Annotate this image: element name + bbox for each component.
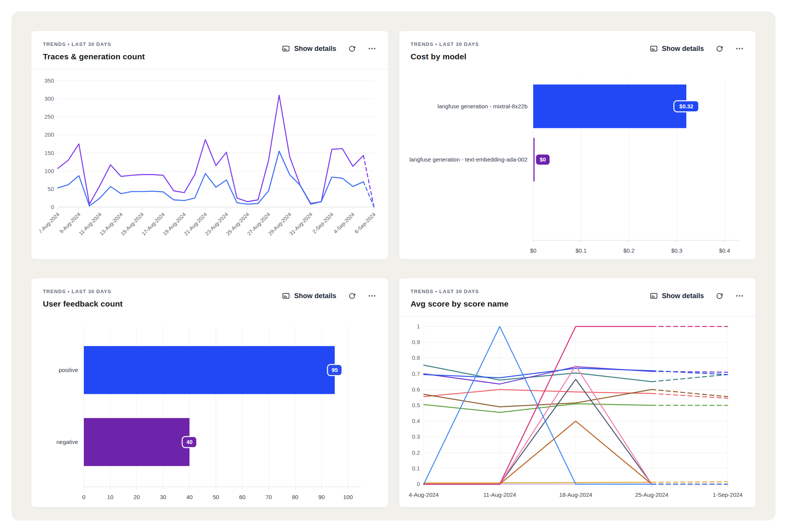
card-eyebrow: TRENDS • LAST 30 DAYS bbox=[411, 41, 479, 47]
show-details-label: Show details bbox=[294, 292, 336, 300]
card-eyebrow: TRENDS • LAST 30 DAYS bbox=[43, 289, 122, 294]
traces-generation-line-chart: 0501001502002503003507-Aug-20249-Aug-202… bbox=[39, 74, 380, 253]
card-header-text: TRENDS • LAST 30 DAYS User feedback coun… bbox=[43, 289, 122, 308]
show-details-label: Show details bbox=[662, 292, 704, 300]
svg-text:200: 200 bbox=[44, 131, 54, 138]
svg-text:70: 70 bbox=[265, 494, 272, 500]
refresh-button[interactable] bbox=[348, 45, 356, 53]
card-traces-generation-count: TRENDS • LAST 30 DAYS Traces & generatio… bbox=[31, 31, 389, 259]
svg-text:50: 50 bbox=[47, 186, 54, 192]
svg-text:95: 95 bbox=[331, 367, 338, 373]
card-header: TRENDS • LAST 30 DAYS Avg score by score… bbox=[399, 278, 756, 316]
svg-text:18-Aug-2024: 18-Aug-2024 bbox=[559, 491, 593, 498]
svg-text:40: 40 bbox=[186, 439, 193, 445]
svg-text:0.5: 0.5 bbox=[412, 402, 420, 408]
svg-text:$0.1: $0.1 bbox=[576, 247, 587, 254]
refresh-icon bbox=[715, 45, 723, 53]
show-details-button[interactable]: Show details bbox=[282, 44, 336, 53]
show-details-label: Show details bbox=[294, 45, 336, 53]
details-card-icon bbox=[282, 44, 290, 53]
svg-text:4-Sep-2024: 4-Sep-2024 bbox=[332, 211, 356, 235]
svg-text:90: 90 bbox=[318, 494, 325, 500]
more-options-button[interactable] bbox=[735, 44, 744, 53]
refresh-icon bbox=[715, 292, 723, 300]
svg-text:langfuse generation - text-emb: langfuse generation - text-embedding-ada… bbox=[410, 156, 528, 163]
card-cost-by-model: TRENDS • LAST 30 DAYS Cost by model Show… bbox=[399, 31, 756, 259]
dashboard-surface: TRENDS • LAST 30 DAYS Traces & generatio… bbox=[11, 11, 776, 521]
svg-text:100: 100 bbox=[44, 168, 54, 174]
svg-text:1: 1 bbox=[417, 323, 420, 330]
svg-text:langfuse generation - mixtral-: langfuse generation - mixtral-8x22b bbox=[438, 103, 527, 109]
card-actions: Show details bbox=[282, 44, 376, 53]
more-options-button[interactable] bbox=[735, 291, 744, 300]
card-eyebrow: TRENDS • LAST 30 DAYS bbox=[43, 41, 145, 47]
card-title: Avg score by score name bbox=[411, 299, 509, 308]
refresh-button[interactable] bbox=[715, 45, 723, 53]
show-details-label: Show details bbox=[662, 45, 704, 53]
ellipsis-icon bbox=[367, 44, 377, 53]
ellipsis-icon bbox=[735, 291, 744, 300]
chart-body: 00.10.20.30.40.50.60.70.80.914-Aug-20241… bbox=[399, 317, 756, 507]
svg-text:11-Aug-2024: 11-Aug-2024 bbox=[483, 491, 516, 498]
svg-text:80: 80 bbox=[292, 494, 298, 500]
refresh-button[interactable] bbox=[715, 292, 723, 300]
svg-text:250: 250 bbox=[44, 113, 54, 120]
svg-text:31-Aug-2024: 31-Aug-2024 bbox=[288, 211, 313, 237]
card-header: TRENDS • LAST 30 DAYS User feedback coun… bbox=[31, 278, 388, 316]
svg-text:20: 20 bbox=[133, 494, 140, 500]
card-actions: Show details bbox=[650, 291, 744, 300]
refresh-icon bbox=[348, 45, 356, 53]
svg-text:$0: $0 bbox=[530, 247, 537, 254]
chart-body: 0501001502002503003507-Aug-20249-Aug-202… bbox=[31, 69, 388, 259]
svg-text:50: 50 bbox=[212, 494, 219, 500]
svg-text:0.6: 0.6 bbox=[412, 386, 420, 393]
svg-text:0: 0 bbox=[82, 494, 85, 500]
svg-text:0.8: 0.8 bbox=[412, 354, 420, 361]
card-title: Traces & generation count bbox=[43, 52, 145, 61]
svg-text:0.9: 0.9 bbox=[412, 339, 420, 345]
svg-text:$0.3: $0.3 bbox=[671, 247, 683, 254]
chart-body: 0102030405060708090100positive95negative… bbox=[31, 316, 388, 508]
card-header-text: TRENDS • LAST 30 DAYS Cost by model bbox=[411, 41, 479, 61]
ellipsis-icon bbox=[735, 44, 744, 53]
svg-text:0.3: 0.3 bbox=[412, 433, 420, 440]
details-card-icon bbox=[650, 44, 658, 53]
card-header-text: TRENDS • LAST 30 DAYS Traces & generatio… bbox=[43, 41, 145, 61]
svg-text:30: 30 bbox=[160, 494, 166, 500]
svg-text:$0.32: $0.32 bbox=[679, 103, 693, 109]
user-feedback-bar-chart: 0102030405060708090100positive95negative… bbox=[39, 321, 380, 508]
svg-text:negative: negative bbox=[56, 439, 78, 445]
more-options-button[interactable] bbox=[367, 291, 377, 300]
card-actions: Show details bbox=[282, 291, 376, 300]
svg-text:$0.4: $0.4 bbox=[719, 247, 730, 254]
details-card-icon bbox=[282, 292, 290, 300]
svg-text:300: 300 bbox=[44, 95, 54, 102]
svg-text:1-Sep-2024: 1-Sep-2024 bbox=[713, 491, 743, 498]
card-title: User feedback count bbox=[43, 299, 122, 308]
ellipsis-icon bbox=[367, 291, 377, 300]
card-title: Cost by model bbox=[411, 52, 479, 61]
svg-text:$0: $0 bbox=[540, 157, 546, 163]
card-actions: Show details bbox=[650, 44, 744, 53]
svg-text:350: 350 bbox=[44, 77, 54, 84]
svg-text:25-Aug-2024: 25-Aug-2024 bbox=[635, 491, 668, 498]
show-details-button[interactable]: Show details bbox=[650, 292, 704, 300]
card-avg-score-by-score-name: TRENDS • LAST 30 DAYS Avg score by score… bbox=[399, 278, 756, 508]
cost-by-model-bar-chart: $0$0.1$0.2$0.3$0.4langfuse generation - … bbox=[407, 73, 748, 259]
card-header-text: TRENDS • LAST 30 DAYS Avg score by score… bbox=[411, 289, 509, 308]
svg-text:0.1: 0.1 bbox=[412, 465, 420, 472]
more-options-button[interactable] bbox=[367, 44, 377, 53]
show-details-button[interactable]: Show details bbox=[650, 44, 704, 53]
svg-text:9-Aug-2024: 9-Aug-2024 bbox=[58, 211, 82, 235]
svg-text:0: 0 bbox=[51, 204, 54, 210]
refresh-button[interactable] bbox=[348, 292, 356, 300]
svg-text:40: 40 bbox=[186, 494, 193, 500]
refresh-icon bbox=[348, 292, 356, 300]
svg-text:10: 10 bbox=[107, 494, 113, 500]
svg-text:100: 100 bbox=[343, 494, 353, 500]
card-eyebrow: TRENDS • LAST 30 DAYS bbox=[411, 289, 509, 294]
show-details-button[interactable]: Show details bbox=[282, 292, 336, 300]
svg-text:6-Sep-2024: 6-Sep-2024 bbox=[353, 211, 377, 235]
details-card-icon bbox=[650, 292, 658, 300]
card-header: TRENDS • LAST 30 DAYS Traces & generatio… bbox=[31, 31, 388, 69]
